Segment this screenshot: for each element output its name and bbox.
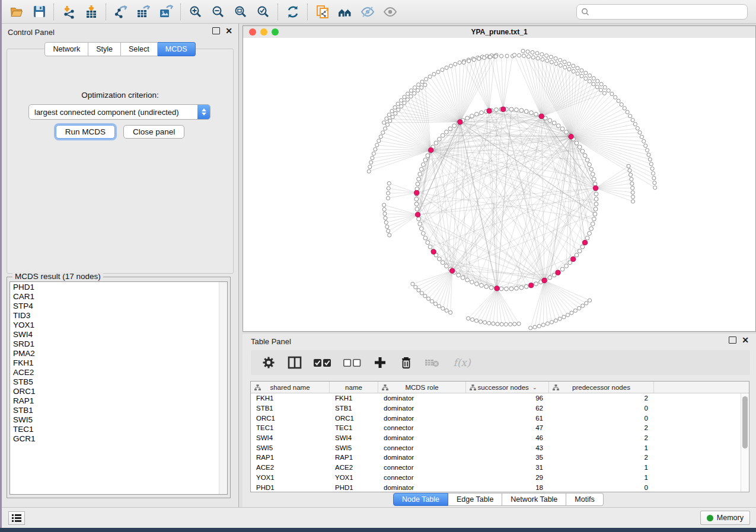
mcds-result-item[interactable]: SWI4 <box>10 330 219 339</box>
hide-selected-icon[interactable] <box>358 3 378 21</box>
open-file-icon[interactable] <box>7 3 27 21</box>
table-row[interactable]: YOX1YOX1connector291 <box>251 473 741 483</box>
mcds-result-scrollbar[interactable] <box>219 282 227 494</box>
show-all-icon[interactable] <box>380 3 400 21</box>
mcds-result-item[interactable]: YOX1 <box>10 321 219 330</box>
select-all-checkboxes-icon[interactable] <box>312 354 333 371</box>
export-image-icon[interactable] <box>156 3 176 21</box>
table-scrollbar[interactable] <box>741 393 749 492</box>
zoom-out-icon[interactable] <box>208 3 228 21</box>
zoom-selected-icon[interactable] <box>253 3 273 21</box>
float-panel-icon[interactable] <box>212 27 220 34</box>
tab-select[interactable]: Select <box>121 42 158 56</box>
tab-network-table[interactable]: Network Table <box>502 493 566 506</box>
table-row[interactable]: STB1STB1dominator620 <box>251 403 741 414</box>
table-row[interactable]: FKH1FKH1dominator962 <box>251 393 741 403</box>
mcds-result-item[interactable]: STB1 <box>10 406 219 415</box>
export-table-icon[interactable] <box>133 3 154 21</box>
tab-motifs[interactable]: Motifs <box>566 493 603 506</box>
export-network-icon[interactable] <box>111 3 131 21</box>
mcds-result-item[interactable]: STB5 <box>10 377 219 387</box>
delete-column-icon[interactable] <box>398 354 414 371</box>
table-cell: dominator <box>378 415 466 422</box>
column-header-shared-name[interactable]: shared name <box>251 382 330 393</box>
tab-style[interactable]: Style <box>88 42 121 56</box>
column-settings-gear-icon[interactable] <box>260 354 277 371</box>
close-panel-icon[interactable]: ✕ <box>225 27 232 34</box>
table-row[interactable]: ORC1ORC1dominator610 <box>251 413 741 423</box>
mcds-result-item[interactable]: STP4 <box>10 302 219 311</box>
table-row[interactable]: SWI4SWI4dominator462 <box>251 433 741 443</box>
tab-mcds[interactable]: MCDS <box>158 42 196 56</box>
mcds-result-item[interactable]: RAP1 <box>10 396 219 406</box>
tab-edge-table[interactable]: Edge Table <box>448 493 502 506</box>
window-minimize-icon[interactable] <box>260 28 267 36</box>
mcds-result-item[interactable]: ORC1 <box>10 387 219 396</box>
tab-network[interactable]: Network <box>44 42 88 56</box>
criterion-dropdown[interactable]: largest connected component (undirected) <box>28 104 210 120</box>
column-header-predecessor-nodes[interactable]: predecessor nodes <box>549 382 654 393</box>
table-cell: 1 <box>549 474 654 481</box>
column-header-mcds-role[interactable]: MCDS role <box>378 382 466 393</box>
table-row[interactable]: ACE2ACE2connector311 <box>251 463 741 473</box>
mcds-result-item[interactable]: SWI5 <box>10 415 219 425</box>
table-panel-title: Table Panel <box>251 337 291 346</box>
deselect-all-checkboxes-icon[interactable] <box>342 354 362 371</box>
table-cell: ORC1 <box>251 415 330 422</box>
split-panel-icon[interactable] <box>286 354 303 371</box>
mcds-result-item[interactable]: TEC1 <box>10 425 219 434</box>
mcds-panel-body: Optimization criterion: largest connecte… <box>7 49 234 274</box>
close-table-panel-icon[interactable]: ✕ <box>742 336 749 344</box>
memory-button[interactable]: Memory <box>700 511 750 525</box>
table-cell: YOX1 <box>251 474 330 481</box>
table-cell: 18 <box>466 484 549 491</box>
save-session-icon[interactable] <box>29 3 49 21</box>
mcds-result-item[interactable]: PMA2 <box>10 349 219 358</box>
search-field[interactable] <box>576 4 748 20</box>
table-cell: 43 <box>466 444 549 451</box>
float-table-panel-icon[interactable] <box>729 336 736 344</box>
clone-network-icon[interactable] <box>312 3 333 21</box>
mcds-result-item[interactable]: FKH1 <box>10 358 219 368</box>
delete-table-disabled-icon <box>424 354 441 371</box>
table-row[interactable]: RAP1RAP1dominator352 <box>251 453 741 463</box>
task-history-button[interactable] <box>8 511 25 525</box>
network-window-titlebar[interactable]: YPA_prune.txt_1 <box>243 26 755 39</box>
table-cell: dominator <box>378 395 466 402</box>
zoom-fit-icon[interactable] <box>231 3 251 21</box>
control-panel: Control Panel ✕ Network Style Select MCD… <box>2 24 239 508</box>
optimization-criterion-label: Optimization criterion: <box>7 91 233 100</box>
table-row[interactable]: TEC1TEC1connector472 <box>251 423 741 433</box>
close-panel-button[interactable]: Close panel <box>123 125 184 139</box>
run-mcds-button[interactable]: Run MCDS <box>56 125 115 139</box>
first-neighbors-icon[interactable] <box>335 3 355 21</box>
tab-node-table[interactable]: Node Table <box>393 493 448 506</box>
mcds-result-item[interactable]: TID3 <box>10 311 219 321</box>
table-cell: RAP1 <box>330 454 378 461</box>
table-row[interactable]: PHD1PHD1dominator180 <box>251 482 741 492</box>
import-table-icon[interactable] <box>81 3 101 21</box>
table-cell: STB1 <box>330 405 378 412</box>
mcds-result-item[interactable]: SRD1 <box>10 339 219 349</box>
control-panel-title: Control Panel <box>8 28 55 37</box>
refresh-layout-icon[interactable] <box>283 3 303 21</box>
column-header-name[interactable]: name <box>330 382 378 393</box>
network-canvas[interactable] <box>243 38 755 331</box>
table-cell: 1 <box>549 464 654 471</box>
network-view-window: YPA_prune.txt_1 <box>243 25 756 332</box>
mcds-result-item[interactable]: PHD1 <box>10 283 219 292</box>
search-input[interactable] <box>592 7 747 17</box>
control-panel-tabbar: Network Style Select MCDS <box>2 42 238 56</box>
window-zoom-icon[interactable] <box>272 28 279 36</box>
window-close-icon[interactable] <box>249 28 256 36</box>
table-scrollbar-thumb[interactable] <box>742 396 748 448</box>
import-network-icon[interactable] <box>59 3 79 21</box>
mcds-result-item[interactable]: CAR1 <box>10 292 219 302</box>
mcds-result-item[interactable]: GCR1 <box>10 434 219 444</box>
table-cell: PHD1 <box>330 484 378 491</box>
mcds-result-item[interactable]: ACE2 <box>10 368 219 377</box>
column-header-successor-nodes[interactable]: successor nodes ⌄ <box>466 382 549 393</box>
zoom-in-icon[interactable] <box>186 3 206 21</box>
table-row[interactable]: SWI5SWI5connector431 <box>251 443 741 453</box>
add-column-icon[interactable] <box>372 354 388 371</box>
